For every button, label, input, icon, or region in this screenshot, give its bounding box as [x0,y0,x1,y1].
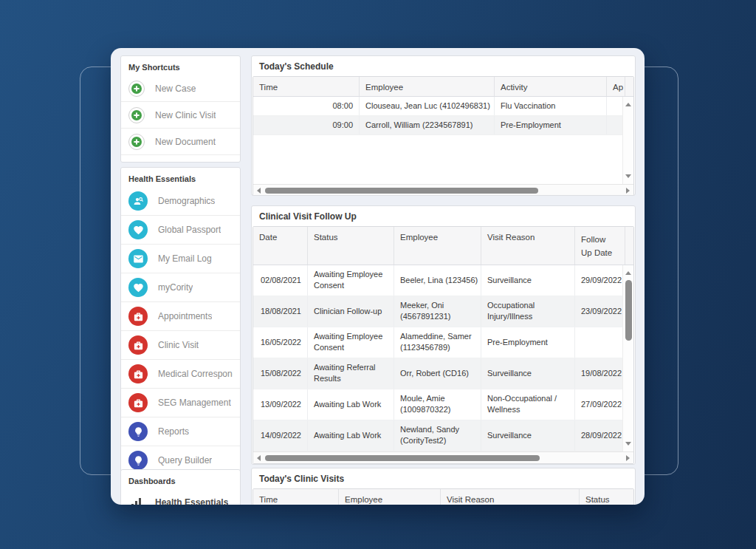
sidebar-item-new-clinic-visit[interactable]: New Clinic Visit [121,102,240,129]
medical-bag-icon [128,307,148,326]
cell-visit-reason: Surveillance [481,265,575,296]
lightbulb-icon [128,451,148,470]
follow-up-body: 02/08/2021 Awaiting Employee Consent Bee… [253,265,633,451]
scroll-down-arrow-icon[interactable] [625,442,631,446]
cell-status: Awaiting Employee Consent [308,327,394,358]
cell-follow-up-date: 27/09/2022 [575,389,625,420]
cell-follow-up-date: 19/08/2022 [575,358,625,389]
column-header-time[interactable]: Time [253,77,360,96]
table-row[interactable]: 13/09/2022 Awaiting Lab Work Moule, Amie… [253,389,633,420]
panel-padding [121,155,240,162]
sidebar-item-label: Global Passport [158,225,221,235]
table-row[interactable]: 02/08/2021 Awaiting Employee Consent Bee… [253,265,633,296]
scroll-right-arrow-icon[interactable] [626,455,630,461]
table-row[interactable]: 09:00 Carroll, William (2234567891) Pre-… [253,116,633,135]
cell-employee: Alameddine, Samer (1123456789) [394,327,481,358]
plus-circle-icon [128,107,145,123]
column-header-employee[interactable]: Employee [394,227,481,265]
sidebar-item-seg-management[interactable]: SEG Management [121,389,240,417]
column-header-employee[interactable]: Employee [339,489,441,505]
sidebar-item-label: Medical Correspondence [158,369,233,379]
table-row[interactable]: 15/08/2022 Awaiting Referral Results Orr… [253,358,633,389]
vertical-scrollbar[interactable] [622,97,633,184]
cell-employee: Carroll, William (2234567891) [360,116,495,134]
cell-follow-up-date: 23/09/2022 [575,296,625,327]
column-header-time[interactable]: Time [253,489,339,505]
clinic-visits-grid: Time Employee Visit Reason Status [252,488,634,505]
scroll-up-arrow-icon[interactable] [625,271,631,275]
column-header-visit-reason[interactable]: Visit Reason [441,489,580,505]
medical-bag-icon [128,335,148,355]
table-row[interactable]: 08:00 Clouseau, Jean Luc (4102496831) Fl… [253,97,633,116]
cell-date: 18/08/2021 [253,296,308,327]
sidebar-item-label: Demographics [158,196,215,206]
column-header-follow-up-date[interactable]: Follow Up Date [575,227,625,265]
scroll-right-arrow-icon[interactable] [626,188,630,194]
column-header-appointment[interactable]: Ap [607,77,625,96]
scroll-left-arrow-icon[interactable] [257,188,261,194]
column-header-visit-reason[interactable]: Visit Reason [481,227,575,265]
sidebar-item-clinic-visit[interactable]: Clinic Visit [121,331,240,360]
horizontal-scroll-thumb[interactable] [265,455,540,461]
cell-activity: Pre-Employment [495,116,607,134]
cell-follow-up-date: 29/09/2022 [575,265,625,296]
cell-employee: Beeler, Lina (123456) [394,265,481,296]
todays-clinic-visits-panel: Today's Clinic Visits Time Employee Visi… [251,468,636,505]
plus-circle-icon [128,134,145,150]
table-row[interactable]: 14/09/2022 Awaiting Lab Work Newland, Sa… [253,420,633,451]
column-header-employee[interactable]: Employee [360,77,495,96]
cell-activity: Flu Vaccination [495,97,607,115]
heart-icon [128,278,148,297]
cell-status: Awaiting Employee Consent [308,265,394,296]
table-row[interactable]: 18/08/2021 Clinician Follow-up Meeker, O… [253,296,633,327]
health-essentials-panel: Health Essentials Demographics Global Pa… [120,167,241,475]
cell-employee: Meeker, Oni (4567891231) [394,296,481,327]
medical-bag-icon [128,364,148,383]
sidebar-item-global-passport[interactable]: Global Passport [121,216,240,245]
cell-visit-reason: Surveillance [481,358,575,389]
schedule-body: 08:00 Clouseau, Jean Luc (4102496831) Fl… [253,97,633,184]
column-header-status[interactable]: Status [308,227,394,265]
cell-date: 15/08/2022 [253,358,308,389]
table-row[interactable]: 16/05/2022 Awaiting Employee Consent Ala… [253,327,633,358]
vertical-scroll-thumb[interactable] [625,280,632,341]
sidebar-item-mycority[interactable]: myCority [121,273,240,302]
horizontal-scrollbar[interactable] [253,451,633,463]
cell-date: 16/05/2022 [253,327,308,358]
cell-date: 14/09/2022 [253,420,308,451]
todays-clinic-visits-title: Today's Clinic Visits [252,468,635,488]
dashboards-title: Dashboards [121,470,240,489]
clinical-visit-follow-up-panel: Clinical Visit Follow Up Date Status Emp… [251,205,636,465]
my-shortcuts-title: My Shortcuts [121,56,240,75]
scroll-left-arrow-icon[interactable] [257,455,261,461]
horizontal-scrollbar[interactable] [253,184,633,196]
sidebar-item-label: SEG Management [158,398,231,408]
dashboard-card: My Shortcuts New Case New Clinic Visit N… [111,48,645,505]
vertical-scrollbar[interactable] [622,265,633,451]
sidebar-item-my-email-log[interactable]: My Email Log [121,245,240,273]
cell-status: Awaiting Referral Results [308,358,394,389]
sidebar-item-health-essentials-dashboard[interactable]: Health Essentials [121,489,240,505]
sidebar-item-new-case[interactable]: New Case [121,75,240,102]
sidebar-item-demographics[interactable]: Demographics [121,187,240,216]
schedule-header-row: Time Employee Activity Ap [253,77,633,97]
sidebar-item-label: Appointments [158,311,212,321]
sidebar-item-appointments[interactable]: Appointments [121,302,240,331]
chart-icon [128,497,145,505]
sidebar-item-new-document[interactable]: New Document [121,129,240,155]
horizontal-scroll-thumb[interactable] [265,188,538,194]
sidebar-item-medical-correspondence[interactable]: Medical Correspondence [121,360,240,389]
health-essentials-title: Health Essentials [121,168,240,187]
column-header-activity[interactable]: Activity [495,77,607,96]
cell-date: 13/09/2022 [253,389,308,420]
cell-follow-up-date [575,327,625,358]
column-header-status[interactable]: Status [580,489,633,505]
scroll-down-arrow-icon[interactable] [625,174,631,178]
clinical-visit-follow-up-title: Clinical Visit Follow Up [252,206,635,226]
sidebar-item-reports[interactable]: Reports [121,417,240,446]
sidebar-item-label: Health Essentials [155,497,228,505]
cell-employee: Clouseau, Jean Luc (4102496831) [360,97,495,115]
column-header-date[interactable]: Date [253,227,308,265]
scroll-up-arrow-icon[interactable] [625,103,631,106]
my-shortcuts-panel: My Shortcuts New Case New Clinic Visit N… [120,55,241,163]
